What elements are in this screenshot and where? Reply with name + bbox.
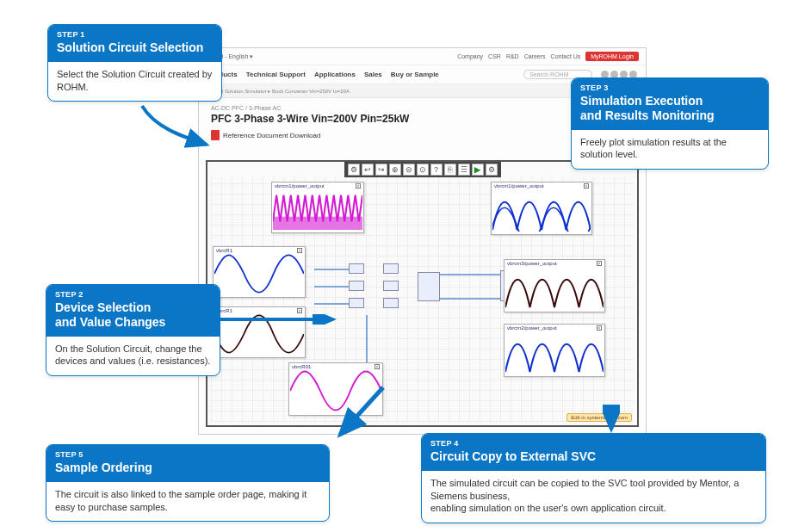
step-title: Sample Ordering	[55, 461, 320, 475]
step-title: Device Selection and Value Changes	[55, 300, 211, 330]
plot-power-output-4[interactable]: vbrcm2/power_output×	[504, 324, 605, 377]
step-body: On the Solution Circuit, change the devi…	[46, 337, 220, 376]
top-bar: Global - English ▾ Company CSR R&D Caree…	[199, 48, 646, 65]
nav-item[interactable]: Technical Support	[246, 71, 306, 78]
circuit-block[interactable]	[349, 281, 364, 291]
plot-power-output-3[interactable]: vbrcm3/power_output×	[504, 259, 605, 312]
nav-item[interactable]: Buy or Sample	[391, 71, 439, 78]
circuit-block[interactable]	[349, 298, 364, 308]
tool-zoom-in[interactable]: ⊕	[389, 164, 401, 176]
wire	[314, 286, 349, 288]
circuit-block[interactable]	[383, 281, 399, 291]
close-icon[interactable]: ×	[297, 248, 302, 253]
simulator-canvas[interactable]: ⚙ ↩ ↪ ⊕ ⊖ ⊙ ? ⎘ ☰ ▶ ⚙	[206, 160, 639, 427]
wire	[314, 269, 349, 270]
callout-step-3: STEP 3 Simulation Execution and Results …	[571, 77, 769, 170]
wire	[440, 274, 500, 275]
step-title: Solution Circuit Selection	[57, 40, 213, 55]
close-icon[interactable]: ×	[597, 325, 602, 331]
tool-run[interactable]: ▶	[472, 164, 484, 176]
tool-zoom-fit[interactable]: ⊙	[417, 164, 429, 176]
close-icon[interactable]: ×	[375, 364, 380, 369]
step-title: Circuit Copy to External SVC	[430, 449, 757, 464]
toplink[interactable]: CSR	[488, 53, 501, 59]
circuit-block[interactable]	[383, 263, 399, 274]
step-label: STEP 4	[430, 439, 757, 448]
step-body: The simulated circuit can be copied to t…	[422, 471, 765, 523]
wire	[440, 298, 500, 300]
callout-step-2: STEP 2 Device Selection and Value Change…	[46, 284, 220, 376]
plot-power-output-1[interactable]: vbrcm1/power_output×	[271, 182, 364, 233]
plot-voltage-1[interactable]: vbrcR1×	[213, 246, 306, 298]
plot-voltage-3[interactable]: vbrcR01×	[288, 362, 383, 416]
toplink[interactable]: R&D	[506, 53, 519, 59]
close-icon[interactable]: ×	[584, 183, 589, 189]
step-body: Select the Solution Circuit created by R…	[48, 62, 221, 102]
step-body: The circuit is also linked to the sample…	[46, 482, 329, 522]
callout-step-4: STEP 4 Circuit Copy to External SVC The …	[421, 433, 766, 523]
toplink[interactable]: Contact Us	[551, 53, 581, 59]
tool-zoom-out[interactable]: ⊖	[403, 164, 415, 176]
callout-step-5: STEP 5 Sample Ordering The circuit is al…	[46, 444, 330, 522]
step-label: STEP 2	[55, 290, 211, 299]
tool-panel[interactable]: ☰	[458, 164, 470, 176]
nav-item[interactable]: Sales	[364, 71, 382, 78]
tool-undo[interactable]: ↩	[362, 164, 374, 176]
close-icon[interactable]: ×	[597, 261, 602, 266]
circuit-diagram[interactable]: vbrcm1/power_output× vbrcm1/power_output…	[211, 177, 634, 422]
circuit-block[interactable]	[349, 263, 364, 274]
tool-redo[interactable]: ↪	[375, 164, 387, 176]
tool-window[interactable]: ⎘	[444, 164, 456, 176]
circuit-block[interactable]	[418, 272, 440, 301]
close-icon[interactable]: ×	[297, 308, 302, 313]
close-icon[interactable]: ×	[356, 183, 361, 189]
step-body: Freely plot simulation results at the so…	[572, 130, 768, 170]
toplink[interactable]: Careers	[524, 53, 546, 59]
tool-settings-2[interactable]: ⚙	[486, 164, 498, 176]
plot-power-output-2[interactable]: vbrcm1/power_output×	[491, 182, 592, 235]
toplink[interactable]: Company	[457, 53, 483, 59]
login-button[interactable]: MyROHM Login	[585, 52, 639, 61]
step-label: STEP 3	[580, 84, 759, 92]
step-label: STEP 1	[57, 30, 213, 39]
plot-voltage-2[interactable]: vbrcR1×	[213, 306, 306, 358]
circuit-block[interactable]	[383, 298, 399, 308]
edit-external-button[interactable]: Edit in systemvision.com	[566, 413, 632, 422]
callout-step-1: STEP 1 Solution Circuit Selection Select…	[47, 24, 222, 102]
nav-item[interactable]: Applications	[314, 71, 356, 78]
step-label: STEP 5	[55, 450, 320, 459]
refdoc-label: Reference Document Download	[223, 132, 320, 139]
step-title: Simulation Execution and Results Monitor…	[580, 94, 759, 123]
tool-settings[interactable]: ⚙	[348, 164, 360, 176]
wire	[314, 303, 349, 305]
pdf-icon	[211, 130, 220, 140]
tool-help[interactable]: ?	[430, 164, 443, 176]
simulator-toolbar: ⚙ ↩ ↪ ⊕ ⊖ ⊙ ? ⎘ ☰ ▶ ⚙	[344, 162, 501, 177]
svg-rect-0	[273, 217, 362, 230]
